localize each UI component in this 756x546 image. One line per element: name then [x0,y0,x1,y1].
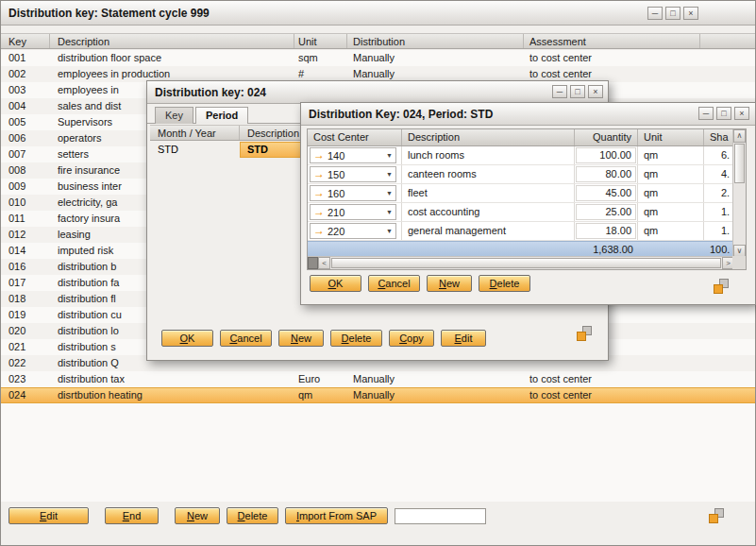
tab-period[interactable]: Period [195,107,248,124]
minimize-button[interactable]: ─ [698,107,714,120]
edit-button[interactable]: Edit [8,507,89,524]
maximize-button[interactable]: □ [570,85,585,98]
dropdown-icon[interactable]: ▼ [383,228,395,234]
table-row[interactable]: →210▼cost accounting25.00qm1. [308,203,734,222]
table-row[interactable]: 001distribution floor spacesqmManuallyto… [1,50,755,66]
dropdown-icon[interactable]: ▼ [383,190,395,196]
table-row[interactable]: →140▼lunch rooms100.00qm6. [308,146,734,165]
minimize-icon: ─ [703,109,709,118]
new-button[interactable]: New [175,507,220,524]
detail-grid-body: →140▼lunch rooms100.00qm6.→150▼canteen r… [308,146,746,241]
close-icon: × [739,109,744,118]
table-row[interactable]: →220▼general management18.00qm1. [308,222,734,241]
window-title: Distribution key: Statement cycle 999 [8,7,210,20]
form-settings-icon[interactable] [714,279,729,294]
dialog-title: Distribution key: 024 [155,86,266,99]
detail-footer-buttons: OKCancelNewDelete [310,275,537,292]
close-button[interactable]: × [683,7,698,20]
link-arrow-icon[interactable]: → [311,148,328,162]
end-button[interactable]: End [105,507,159,524]
close-button[interactable]: × [588,85,603,98]
dropdown-icon[interactable]: ▼ [383,209,395,215]
delete-button[interactable]: Delete [479,275,530,292]
close-icon: × [688,9,693,18]
link-arrow-icon[interactable]: → [311,224,328,238]
split-box[interactable] [308,257,318,269]
column-header-month-year[interactable]: Month / Year [150,126,240,140]
minimize-icon: ─ [652,9,658,18]
column-header-description[interactable]: Description [402,129,575,145]
column-header-cost-center[interactable]: Cost Center [308,129,402,145]
column-header-share[interactable]: Sha [704,129,734,145]
dialog-title: Distribution Key: 024, Period: STD [309,108,493,121]
window-controls: ─ □ × [698,107,749,120]
column-header-distribution[interactable]: Distribution [347,34,524,48]
delete-button[interactable]: Delete [227,507,278,524]
new-button[interactable]: New [427,275,472,292]
link-arrow-icon[interactable]: → [311,205,328,219]
link-arrow-icon[interactable]: → [311,186,328,200]
column-header-unit[interactable]: Unit [638,129,704,145]
edit-button[interactable]: Edit [441,330,486,347]
scroll-left-button[interactable]: < [318,257,330,269]
quantity-field[interactable]: 25.00 [576,204,636,220]
scroll-up-icon: ∧ [737,131,743,140]
tab-key[interactable]: Key [155,107,193,124]
cost-center-combo[interactable]: →220▼ [310,223,396,239]
detail-dialog: Distribution Key: 024, Period: STD ─ □ ×… [300,102,756,305]
scrollbar-thumb[interactable] [734,144,745,183]
cost-center-combo[interactable]: →210▼ [310,204,396,220]
scrollbar-track[interactable] [330,257,722,269]
column-header-unit[interactable]: Unit [294,34,347,48]
close-button[interactable]: × [734,107,749,120]
quantity-field[interactable]: 45.00 [576,185,636,201]
table-row[interactable]: →150▼canteen rooms80.00qm4. [308,165,734,184]
quantity-field[interactable]: 80.00 [576,166,636,182]
maximize-button[interactable]: □ [665,7,680,20]
maximize-icon: □ [670,9,675,18]
form-settings-icon[interactable] [577,326,592,341]
import-from-sap-button[interactable]: Import From SAP [285,507,388,524]
cost-center-combo[interactable]: →140▼ [310,147,396,163]
cost-center-combo[interactable]: →160▼ [310,185,396,201]
scroll-up-button[interactable]: ∧ [733,129,746,143]
table-row[interactable]: 024disrtbution heatingqmManuallyto cost … [1,387,755,403]
column-header-filler [700,34,755,48]
column-header-key[interactable]: Key [1,34,50,48]
quantity-field[interactable]: 18.00 [576,223,636,239]
table-row[interactable]: 023distribution taxEuroManuallyto cost c… [1,371,755,387]
quantity-field[interactable]: 100.00 [576,147,636,163]
period-footer-buttons: OKCancelNewDeleteCopyEdit [161,330,493,347]
column-header-description[interactable]: Description [50,34,294,48]
detail-dialog-titlebar[interactable]: Distribution Key: 024, Period: STD ─ □ × [301,103,755,126]
minimize-button[interactable]: ─ [647,7,663,20]
close-icon: × [593,87,597,96]
cancel-button[interactable]: Cancel [368,275,420,292]
minimize-button[interactable]: ─ [552,85,567,98]
scrollbar-corner [732,256,746,269]
cost-center-combo[interactable]: →150▼ [310,166,396,182]
scrollbar-thumb[interactable] [331,258,721,268]
scroll-left-icon: < [322,259,327,267]
column-header-quantity[interactable]: Quantity [575,129,638,145]
minimize-icon: ─ [557,87,563,96]
horizontal-scrollbar[interactable]: < > [308,256,734,269]
cancel-button[interactable]: Cancel [220,330,272,347]
form-settings-icon[interactable] [709,508,724,523]
column-header-assessment[interactable]: Assessment [524,34,700,48]
scroll-down-icon: ∨ [737,247,743,255]
maximize-button[interactable]: □ [716,107,731,120]
link-arrow-icon[interactable]: → [311,167,328,181]
main-titlebar[interactable]: Distribution key: Statement cycle 999 ─ … [1,1,755,26]
table-row[interactable]: →160▼fleet45.00qm2. [308,184,734,203]
dropdown-icon[interactable]: ▼ [383,152,395,159]
ok-button[interactable]: OK [310,275,361,292]
command-input[interactable] [395,508,486,524]
vertical-scrollbar[interactable]: ∧ ∨ [732,129,746,258]
ok-button[interactable]: OK [161,330,213,347]
delete-button[interactable]: Delete [330,330,382,347]
copy-button[interactable]: Copy [389,330,434,347]
new-button[interactable]: New [278,330,324,347]
period-dialog-titlebar[interactable]: Distribution key: 024 ─ □ × [147,81,608,104]
dropdown-icon[interactable]: ▼ [383,171,395,178]
